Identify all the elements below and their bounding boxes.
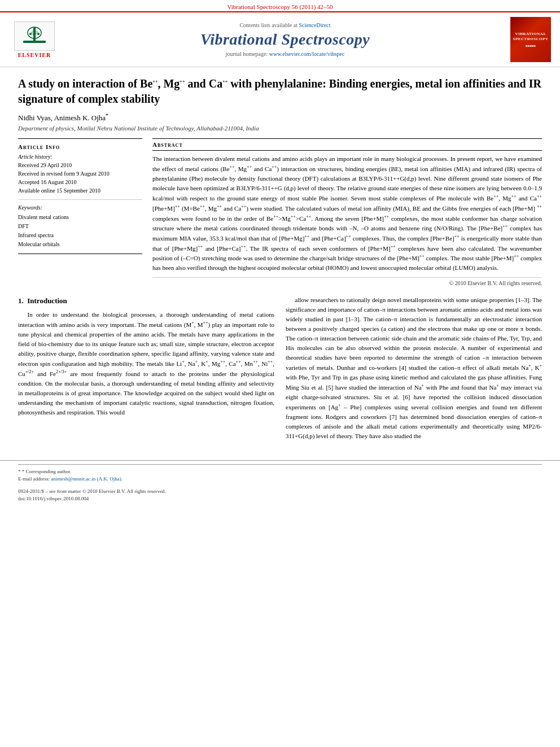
article-info-section: Article Info Article history: Received 2… (18, 138, 142, 254)
keyword-1: Divalent metal cations (18, 213, 142, 222)
cover-decoration: ■■■■■ (526, 44, 536, 47)
footer-email: E-mail address: animesh@mnnit.ac.in (A.K… (18, 475, 542, 483)
article-title: A study on interaction of Be++, Mg++ and… (18, 76, 542, 107)
received-date: Received 29 April 2010 (18, 161, 142, 169)
article-authors: Nidhi Vyas, Animesh K. Ojha* (18, 112, 542, 123)
elsevier-logo-image (14, 21, 55, 51)
homepage-url[interactable]: www.elsevier.com/locate/vibspec (269, 51, 345, 57)
journal-cover-image: VIBRATIONALSPECTROSCOPY ■■■■■ (510, 17, 551, 62)
journal-header: ELSEVIER Contents lists available at Sci… (0, 11, 560, 67)
keyword-4: Molecular orbitals (18, 240, 142, 249)
history-label: Article history: (18, 154, 142, 160)
body-two-col: 1. Introduction In order to understand t… (18, 295, 542, 445)
abstract-text: The interaction between divalent metal c… (152, 154, 542, 273)
right-column: Abstract The interaction between divalen… (152, 138, 542, 286)
keyword-2: DFT (18, 222, 142, 231)
svg-point-4 (33, 28, 36, 30)
article-info-label: Article Info (18, 143, 142, 150)
keyword-3: Infrared spectra (18, 231, 142, 240)
article-affiliation: Department of physics, Motilal Nehru Nat… (18, 125, 542, 132)
footer-issn: 0924-2031/$ – see front matter © 2010 El… (18, 488, 542, 496)
article-content: A study on interaction of Be++, Mg++ and… (0, 67, 560, 455)
elsevier-logo: ELSEVIER (9, 21, 60, 58)
citation-text: Vibrational Spectroscopy 56 (2011) 42–50 (227, 3, 333, 10)
journal-homepage: journal homepage: www.elsevier.com/locat… (60, 51, 510, 57)
intro-heading: 1. Introduction (18, 295, 274, 307)
svg-point-6 (37, 33, 40, 35)
article-body-cols: Article Info Article history: Received 2… (18, 138, 542, 286)
copyright-line: © 2010 Elsevier B.V. All rights reserved… (152, 277, 542, 286)
intro-para-2: allow researchers to rationally deign no… (286, 295, 542, 441)
abstract-label: Abstract (152, 138, 542, 151)
svg-point-3 (31, 30, 38, 36)
cover-title: VIBRATIONALSPECTROSCOPY (513, 32, 549, 42)
svg-point-5 (29, 33, 32, 35)
body-col-right: allow researchers to rationally deign no… (286, 295, 542, 445)
email-link[interactable]: animesh@mnnit.ac.in (A.K. Ojha). (51, 476, 123, 482)
available-online-date: Available online 15 September 2010 (18, 186, 142, 195)
footer-corresponding: * * Corresponding author. (18, 468, 542, 476)
article-footer: * * Corresponding author. E-mail address… (0, 460, 560, 503)
revised-date: Received in revised form 9 August 2010 (18, 169, 142, 178)
contents-line: Contents lists available at ScienceDirec… (60, 22, 510, 28)
journal-citation: Vibrational Spectroscopy 56 (2011) 42–50 (0, 0, 560, 11)
footer-doi: doi:10.1016/j.vibspec.2010.08.004 (18, 495, 542, 503)
intro-para-1: In order to understand the biological pr… (18, 310, 274, 417)
article-history: Article history: Received 29 April 2010 … (18, 154, 142, 195)
journal-main-title: Vibrational Spectroscopy (60, 30, 510, 49)
body-col-left: 1. Introduction In order to understand t… (18, 295, 274, 445)
accepted-date: Accepted 16 August 2010 (18, 178, 142, 186)
keywords-section: Keywords: Divalent metal cations DFT Inf… (18, 199, 142, 249)
keywords-label: Keywords: (18, 204, 142, 211)
journal-title-area: Contents lists available at ScienceDirec… (60, 22, 510, 57)
footnote-asterisk: * (18, 469, 21, 474)
elsevier-text: ELSEVIER (18, 52, 51, 58)
sciencedirect-link[interactable]: ScienceDirect (299, 22, 330, 28)
left-column: Article Info Article history: Received 2… (18, 138, 142, 286)
